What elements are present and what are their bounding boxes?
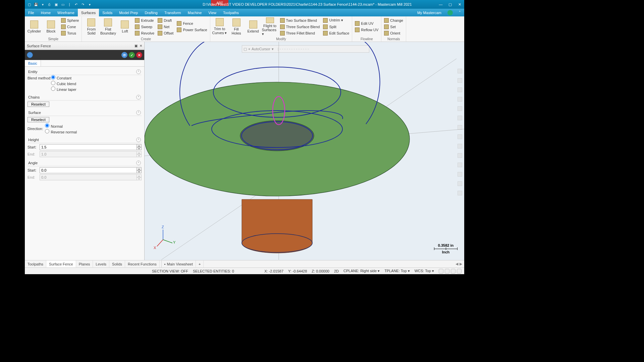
mode-2d[interactable]: 2D <box>334 269 339 273</box>
three-surface-blend-button[interactable]: Three Surface Blend <box>279 24 321 30</box>
net-button[interactable]: Net <box>156 24 175 30</box>
fill-holes-button[interactable]: FillHoles <box>228 17 245 36</box>
monitor-icon[interactable]: ▭ <box>60 2 65 7</box>
cancel-button[interactable]: ✕ <box>136 52 142 58</box>
maximize-button[interactable]: ▢ <box>445 0 455 9</box>
menu-transform[interactable]: Transform <box>161 9 184 16</box>
revolve-button[interactable]: Revolve <box>133 30 156 36</box>
edit-uv-button[interactable]: Edit UV <box>354 20 380 26</box>
change-button[interactable]: Change <box>383 17 405 23</box>
open-icon[interactable]: ▾ <box>40 2 45 7</box>
sweep-button[interactable]: Sweep <box>133 24 156 30</box>
tab-solids[interactable]: Solids <box>109 260 125 267</box>
save-icon[interactable]: 💾 <box>34 2 38 7</box>
print-icon[interactable]: ⎙ <box>47 2 52 7</box>
sb-icon[interactable] <box>457 269 462 274</box>
viewsheet-tab[interactable]: ▪Main Viewsheet <box>162 260 196 267</box>
menu-solids[interactable]: Solids <box>99 9 116 16</box>
radio-constant[interactable]: Constant <box>51 75 142 80</box>
sb-icon[interactable] <box>445 269 449 274</box>
menu-toolpaths[interactable]: Toolpaths <box>220 9 242 16</box>
menu-machine[interactable]: Machine <box>184 9 205 16</box>
section-view-status[interactable]: SECTION VIEW: OFF <box>152 269 188 273</box>
chevron-up-icon[interactable]: ˄ <box>136 69 141 74</box>
cylinder-button[interactable]: Cylinder <box>26 17 42 36</box>
screen-icon[interactable]: ▣ <box>54 2 58 7</box>
tab-toolpaths[interactable]: Toolpaths <box>25 260 46 267</box>
extrude-button[interactable]: Extrude <box>133 17 156 23</box>
radio-linear[interactable]: Linear taper <box>51 86 142 92</box>
block-button[interactable]: Block <box>43 17 59 36</box>
help-icon[interactable] <box>27 52 33 58</box>
menu-wireframe[interactable]: Wireframe <box>54 9 78 16</box>
chevron-up-icon[interactable]: ˄ <box>136 137 141 142</box>
angle-start-input[interactable] <box>40 167 137 173</box>
qat-more-icon[interactable]: ▾ <box>87 2 92 7</box>
spin-up-icon[interactable]: ▲ <box>137 144 142 147</box>
tab-recent[interactable]: Recent Functions <box>125 260 160 267</box>
reflow-uv-button[interactable]: Reflow UV <box>354 27 380 33</box>
split-button[interactable]: Split <box>322 24 351 30</box>
chevron-up-icon[interactable]: ˄ <box>136 161 141 165</box>
three-fillet-blend-button[interactable]: Three Fillet Blend <box>279 30 321 36</box>
minimize-button[interactable]: — <box>436 0 445 9</box>
sphere-button[interactable]: Sphere <box>60 17 80 23</box>
ribbon-collapse-icon[interactable]: ˄ <box>455 9 464 16</box>
extend-button[interactable]: Extend <box>245 17 261 36</box>
tab-planes[interactable]: Planes <box>76 260 93 267</box>
torus-button[interactable]: Torus <box>60 30 80 36</box>
new-icon[interactable]: ▢ <box>27 2 32 7</box>
menu-file[interactable]: File <box>25 9 38 16</box>
panel-pin-icon[interactable]: ▣ <box>135 44 138 48</box>
tplane-selector[interactable]: TPLANE: Top ▾ <box>384 269 410 273</box>
tab-basic[interactable]: Basic <box>25 60 41 66</box>
draft-button[interactable]: Draft <box>156 17 175 23</box>
panel-close-icon[interactable]: ✕ <box>140 44 142 48</box>
menu-modelprep[interactable]: Model Prep <box>116 9 141 16</box>
wcs-selector[interactable]: WCS: Top ▾ <box>415 269 434 273</box>
menu-surfaces[interactable]: Surfaces <box>78 9 99 16</box>
viewport[interactable]: ▢⌖AutoCursor▾ | ◦ ◦ ◦ ◦ ◦ ◦ ◦ ◦ ◦ ◦ ◦ ◦ … <box>145 42 464 260</box>
menu-home[interactable]: Home <box>38 9 54 16</box>
orient-button[interactable]: Orient <box>383 30 405 36</box>
radio-normal[interactable]: Normal <box>45 123 77 128</box>
from-solid-button[interactable]: FromSolid <box>83 17 99 36</box>
close-button[interactable]: ✕ <box>455 0 464 9</box>
loft-button[interactable]: Loft <box>117 17 133 36</box>
chevron-up-icon[interactable]: ˄ <box>136 95 141 100</box>
scroll-right-icon[interactable]: ▶ <box>460 262 462 266</box>
menu-drafting[interactable]: Drafting <box>141 9 161 16</box>
flight-to-surfaces-button[interactable]: Flight toSurfaces ▾ <box>262 17 278 36</box>
trim-to-curves-button[interactable]: Trim toCurves ▾ <box>212 17 228 36</box>
tab-surface-fence[interactable]: Surface Fence <box>46 260 76 267</box>
cplane-selector[interactable]: CPLANE: Right side ▾ <box>343 269 380 273</box>
fence-button[interactable]: Fence <box>175 20 208 26</box>
spin-down-icon[interactable]: ▼ <box>137 170 142 173</box>
radio-cubic[interactable]: Cubic blend <box>51 81 142 86</box>
scroll-left-icon[interactable]: ◀ <box>455 262 458 266</box>
ok-button[interactable]: ✓ <box>129 52 135 58</box>
set-button[interactable]: Set <box>383 24 405 30</box>
power-surface-button[interactable]: Power Surface <box>175 27 208 33</box>
sb-icon[interactable] <box>451 269 455 274</box>
undo-icon[interactable]: ↶ <box>74 2 78 7</box>
flat-boundary-button[interactable]: FlatBoundary <box>100 17 116 36</box>
chains-reselect-button[interactable]: Reselect <box>28 102 49 107</box>
avatar-icon[interactable] <box>447 10 453 15</box>
cone-button[interactable]: Cone <box>60 24 80 30</box>
add-viewsheet-button[interactable]: + <box>196 260 204 267</box>
spin-up-icon[interactable]: ▲ <box>137 167 142 170</box>
radio-reverse-normal[interactable]: Reverse normal <box>45 129 77 134</box>
untrim-button[interactable]: Untrim ▾ <box>322 17 351 23</box>
surface-reselect-button[interactable]: Reselect <box>28 117 49 122</box>
tab-levels[interactable]: Levels <box>93 260 109 267</box>
two-surface-blend-button[interactable]: Two Surface Blend <box>279 17 321 23</box>
redo-icon[interactable]: ↷ <box>80 2 85 7</box>
apply-new-button[interactable]: ⟳ <box>121 52 127 58</box>
spin-down-icon[interactable]: ▼ <box>137 147 142 150</box>
edit-surface-button[interactable]: Edit Surface <box>322 30 351 36</box>
offset-button[interactable]: Offset <box>156 30 175 36</box>
chevron-up-icon[interactable]: ˄ <box>136 110 141 115</box>
height-start-input[interactable] <box>40 144 137 150</box>
menu-view[interactable]: View <box>205 9 220 16</box>
